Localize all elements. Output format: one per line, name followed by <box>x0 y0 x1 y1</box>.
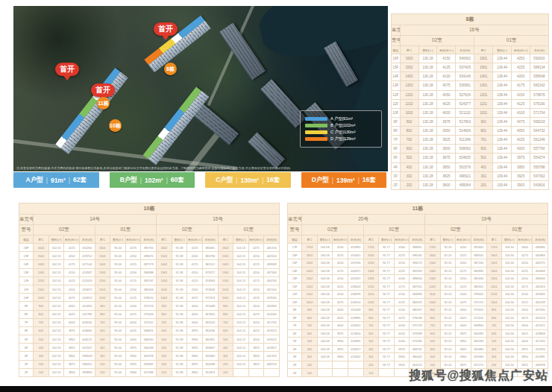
table-row: 7F702130.283925511349701139.444025561246 <box>392 136 549 145</box>
table-cell: 4250 <box>512 54 530 63</box>
table-cell: 130.28 <box>418 99 437 108</box>
table-cell: 104.30 <box>502 353 518 361</box>
table-cell: 387179 <box>141 260 157 268</box>
table-cell: 102.31 <box>48 268 64 276</box>
table-cell: 1602 <box>34 244 49 252</box>
table-cell: 91.38 <box>172 368 187 376</box>
table-cell: 139.44 <box>493 180 512 189</box>
table-cell: 92.77 <box>379 306 395 314</box>
table-cell: 501 <box>363 338 379 346</box>
table-cell: 359687 <box>141 360 157 368</box>
floor-cell: 10F <box>19 294 34 302</box>
table-cell: 530891 <box>456 81 474 90</box>
table-cell: 398911 <box>410 244 425 252</box>
floor-cell: 9F <box>19 302 34 310</box>
table-cell: 1002 <box>157 294 172 302</box>
table-cell: 130.28 <box>418 54 437 63</box>
table-cell: 130.28 <box>418 171 437 180</box>
table-row: 11F1102106.584100436978110192.7741503849… <box>288 291 548 299</box>
table-cell: 380357 <box>410 306 425 314</box>
table-cell: 370089 <box>202 302 218 310</box>
table-cell: 413917 <box>264 344 280 352</box>
table-cell <box>348 361 364 369</box>
first-open-pin-11: 首开 <box>55 63 79 76</box>
unit-number: 15号 <box>157 215 280 225</box>
table-cell: 104.30 <box>502 259 518 268</box>
table-cell: 702 <box>400 136 418 145</box>
table-cell: 1101 <box>363 291 379 299</box>
table-cell: 92.77 <box>379 251 395 259</box>
table-cell: 357396 <box>141 368 157 376</box>
building-label-8: 8栋 <box>164 63 177 75</box>
table-cell: 1301 <box>95 268 110 276</box>
column-header: 面积(㎡) <box>48 235 64 244</box>
table-cell: 302 <box>302 353 318 361</box>
table-cell <box>333 361 348 369</box>
table-cell: 130.28 <box>418 72 437 81</box>
table-cell: 402 <box>425 345 441 353</box>
table-cell <box>248 368 264 376</box>
table-cell: 104.30 <box>502 338 518 346</box>
table-row: 3F302106.58390041566230192.7739503664423… <box>288 353 548 361</box>
table-cell: 139.44 <box>493 72 512 81</box>
table-cell: 3800 <box>437 180 456 189</box>
floor-cell: 14F <box>288 267 302 275</box>
table-cell: 4150 <box>456 275 471 283</box>
table-cell: 104.30 <box>502 314 518 322</box>
table-cell: 4050 <box>517 322 533 330</box>
table-cell: 106.58 <box>317 291 333 299</box>
column-header: 单价(元/㎡) <box>456 235 471 244</box>
table-cell: 1001 <box>474 108 493 117</box>
table-cell: 202 <box>400 180 418 189</box>
column-header: 单价(元/㎡) <box>517 235 533 244</box>
floor-cell: 11F <box>19 285 34 293</box>
table-cell: 4075 <box>248 310 264 318</box>
table-row: 12F1202130.2840505276341201139.444150578… <box>392 90 549 99</box>
table-row: 14F1402106.584175444972140192.7742253919… <box>288 267 548 275</box>
table-cell: 101 <box>95 368 110 376</box>
table-cell: 1402 <box>302 267 318 275</box>
first-open-pin-8: 首开 <box>154 22 178 36</box>
table-row: 15F1502102.314200429702150191.6442503894… <box>19 252 280 260</box>
table-cell: 602 <box>400 145 418 154</box>
table-cell: 1102 <box>400 99 418 108</box>
table-cell: 4100 <box>187 285 203 293</box>
table-row: 16F1602130.2841505406621601139.444250592… <box>392 54 549 63</box>
table-cell: 802 <box>157 310 172 318</box>
table-cell: 438060 <box>533 275 548 283</box>
table-cell: 4050 <box>437 90 456 99</box>
table-cell: 4075 <box>333 298 348 306</box>
table-cell: 104.30 <box>502 345 518 353</box>
table-cell: 106.58 <box>317 244 333 252</box>
table-cell: 396451 <box>80 360 95 368</box>
table-cell: 440668 <box>533 267 548 275</box>
table-cell: 4000 <box>248 335 264 344</box>
floor-cell: 11F <box>392 99 401 108</box>
table-cell: 91.38 <box>172 276 187 285</box>
table-cell: 4225 <box>456 251 471 259</box>
table-cell: 1501 <box>363 259 379 268</box>
table-cell: 102.31 <box>48 310 64 318</box>
table-cell: 435453 <box>533 282 548 291</box>
table-cell: 1102 <box>157 285 172 293</box>
table-cell: 401 <box>474 162 493 171</box>
price-table-building-8: 8栋单元号16号室号02室01室楼层房号面积(㎡)单价(元/㎡)总价(元)房号面… <box>391 13 549 190</box>
table-cell: 4100 <box>394 306 410 314</box>
table-cell: 361885 <box>471 345 486 353</box>
table-cell: 106.58 <box>317 282 333 291</box>
table-cell: 401 <box>486 345 502 353</box>
table-cell: 91.38 <box>172 326 187 335</box>
type-bar-separator: | <box>262 177 263 184</box>
column-header: 房号 <box>474 46 493 54</box>
table-cell: 92.20 <box>440 353 456 361</box>
table-row: 6F602106.58397542365660192.7740253733996… <box>288 329 548 338</box>
table-cell: 366560 <box>141 335 157 344</box>
table-cell: 3900 <box>64 352 80 360</box>
table-cell: 1302 <box>157 268 172 276</box>
table-cell: 363236 <box>202 326 218 335</box>
table-cell: 1401 <box>486 267 502 275</box>
table-cell: 130.28 <box>418 145 437 154</box>
room-number: 02室 <box>157 225 218 235</box>
legend-label: B 户型|102m² <box>330 123 355 128</box>
table-cell: 495064 <box>456 180 474 189</box>
